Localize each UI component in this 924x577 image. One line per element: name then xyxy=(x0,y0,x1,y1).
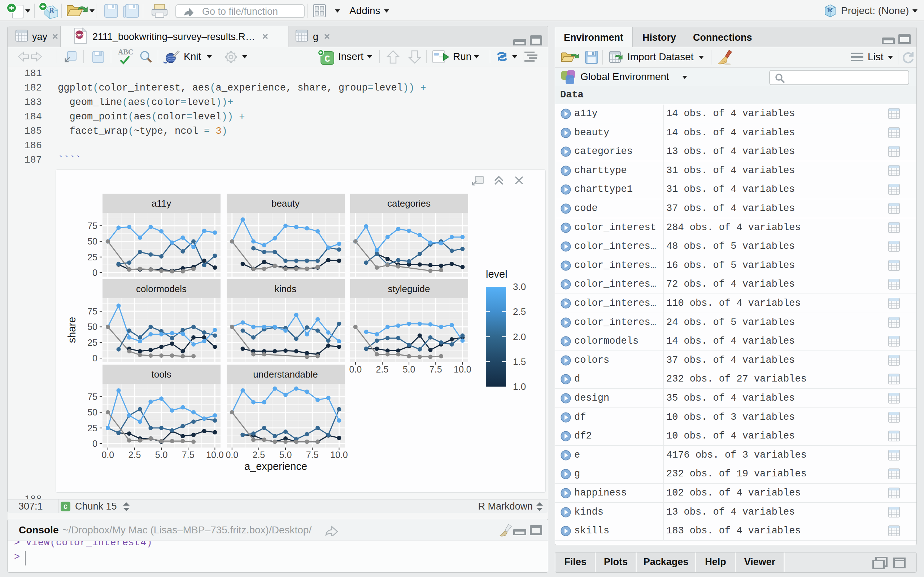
svg-text:10.0: 10.0 xyxy=(454,364,472,374)
svg-text:75: 75 xyxy=(87,306,97,316)
svg-text:beauty: beauty xyxy=(271,198,300,209)
svg-text:5.0: 5.0 xyxy=(155,450,168,460)
svg-text:0.0: 0.0 xyxy=(102,450,114,460)
svg-text:5.0: 5.0 xyxy=(279,450,292,460)
svg-text:C: C xyxy=(325,54,330,64)
svg-text:25: 25 xyxy=(87,252,97,262)
svg-text:0: 0 xyxy=(92,268,97,278)
svg-text:tools: tools xyxy=(152,369,171,380)
svg-text:2.5: 2.5 xyxy=(253,450,265,460)
svg-text:0.0: 0.0 xyxy=(226,450,238,460)
svg-text:75: 75 xyxy=(87,392,97,402)
svg-text:categories: categories xyxy=(387,198,431,209)
svg-text:50: 50 xyxy=(87,322,97,332)
svg-text:0.0: 0.0 xyxy=(349,364,362,374)
svg-text:2.5: 2.5 xyxy=(129,450,141,460)
svg-text:1.5: 1.5 xyxy=(513,356,526,367)
svg-text:0: 0 xyxy=(92,438,97,449)
svg-text:50: 50 xyxy=(87,407,97,417)
svg-text:5.0: 5.0 xyxy=(403,364,415,374)
svg-text:25: 25 xyxy=(87,338,97,348)
svg-text:7.5: 7.5 xyxy=(306,450,319,460)
svg-text:R: R xyxy=(49,6,55,15)
svg-text:share: share xyxy=(66,317,78,343)
svg-text:understandable: understandable xyxy=(253,369,318,380)
svg-text:1.0: 1.0 xyxy=(513,381,526,392)
svg-text:styleguide: styleguide xyxy=(388,284,430,294)
svg-text:75: 75 xyxy=(87,221,97,231)
svg-text:Rmd: Rmd xyxy=(75,33,84,37)
svg-text:C: C xyxy=(63,503,68,511)
svg-text:R: R xyxy=(828,6,833,14)
svg-text:colormodels: colormodels xyxy=(136,284,187,294)
svg-text:level: level xyxy=(486,268,507,280)
svg-text:7.5: 7.5 xyxy=(182,450,195,460)
svg-text:0: 0 xyxy=(92,353,97,363)
svg-text:10.0: 10.0 xyxy=(330,450,348,460)
svg-text:10.0: 10.0 xyxy=(206,450,224,460)
svg-text:kinds: kinds xyxy=(275,284,297,294)
svg-text:2.5: 2.5 xyxy=(513,306,526,317)
svg-text:2.0: 2.0 xyxy=(513,331,526,342)
svg-text:25: 25 xyxy=(87,423,97,433)
svg-text:a11y: a11y xyxy=(152,198,171,209)
svg-text:2.5: 2.5 xyxy=(376,364,389,374)
svg-text:7.5: 7.5 xyxy=(430,364,442,374)
svg-text:50: 50 xyxy=(87,236,97,246)
svg-text:3.0: 3.0 xyxy=(513,281,526,292)
svg-text:a_experience: a_experience xyxy=(244,461,307,472)
